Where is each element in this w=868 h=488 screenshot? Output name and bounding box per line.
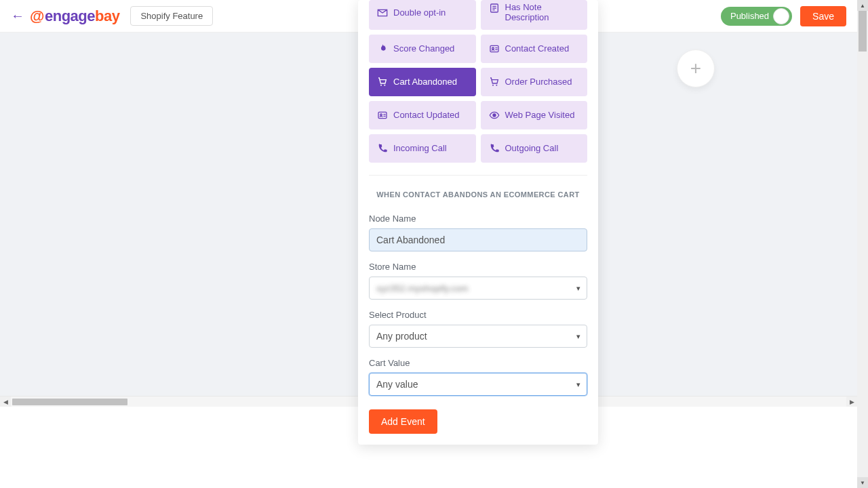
contact-card-icon [489, 43, 500, 54]
trigger-double-opt-in[interactable]: Double opt-in [369, 0, 476, 30]
svg-rect-1 [490, 45, 498, 52]
published-label: Published [730, 11, 769, 21]
plus-icon: + [690, 58, 701, 79]
trigger-has-note[interactable]: Has Note Description [481, 0, 588, 30]
trigger-label: Cart Abandoned [393, 77, 457, 87]
scroll-thumb[interactable] [12, 399, 127, 405]
scroll-right-icon[interactable]: ▶ [846, 396, 857, 407]
trigger-grid: Double opt-in Has Note Description Score… [358, 0, 598, 175]
panel-section-title: WHEN CONTACT ABANDONS AN ECOMMERCE CART [358, 186, 598, 214]
svg-point-5 [492, 85, 494, 86]
svg-point-6 [496, 85, 497, 86]
trigger-contact-updated[interactable]: Contact Updated [369, 101, 476, 129]
vertical-scrollbar[interactable]: ▲ ▼ [857, 0, 868, 488]
panel-divider [369, 175, 587, 176]
add-event-button[interactable]: Add Event [369, 409, 437, 434]
trigger-incoming-call[interactable]: Incoming Call [369, 134, 476, 163]
contact-card-icon [377, 110, 388, 121]
trigger-label: Has Note Description [505, 3, 549, 23]
brand-logo[interactable]: @engagebay [30, 7, 119, 25]
phone-icon [377, 143, 388, 154]
fire-icon [377, 43, 388, 54]
trigger-web-page-visited[interactable]: Web Page Visited [481, 101, 588, 129]
trigger-label: Order Purchased [505, 77, 572, 87]
trigger-cart-abandoned[interactable]: Cart Abandoned [369, 68, 476, 96]
svg-point-2 [492, 47, 494, 49]
cart-value-label: Cart Value [369, 358, 587, 368]
cart-icon [377, 77, 388, 87]
node-name-input[interactable] [369, 228, 587, 251]
scroll-left-icon[interactable]: ◀ [0, 396, 11, 407]
svg-point-8 [380, 114, 382, 116]
trigger-label: Score Changed [393, 43, 454, 54]
node-name-label: Node Name [369, 214, 587, 224]
automation-canvas[interactable]: + Double opt-in Has Note Description [0, 33, 857, 407]
event-form: Node Name Store Name xyz352.myshopify.co… [358, 214, 598, 445]
trigger-label: Contact Updated [393, 110, 460, 121]
scroll-up-icon[interactable]: ▲ [857, 0, 868, 11]
trigger-label: Web Page Visited [505, 110, 575, 121]
scroll-track[interactable] [859, 11, 867, 477]
scroll-down-icon[interactable]: ▼ [857, 477, 868, 488]
mail-icon [377, 7, 388, 18]
svg-point-9 [493, 114, 496, 117]
published-toggle[interactable]: Published [721, 7, 792, 26]
cart-value-select[interactable]: Any value [369, 373, 587, 396]
back-arrow-icon[interactable]: ← [11, 8, 24, 24]
trigger-label: Contact Created [505, 43, 570, 54]
trigger-label: Double opt-in [393, 7, 446, 18]
add-node-button[interactable]: + [677, 49, 715, 87]
workflow-name[interactable]: Shopify Feature [130, 6, 213, 26]
svg-rect-7 [378, 112, 387, 118]
trigger-label: Outgoing Call [505, 143, 559, 154]
select-product-select[interactable]: Any product [369, 325, 587, 348]
trigger-order-purchased[interactable]: Order Purchased [481, 68, 588, 96]
trigger-score-changed[interactable]: Score Changed [369, 35, 476, 63]
trigger-contact-created[interactable]: Contact Created [481, 35, 588, 63]
toggle-knob [773, 8, 789, 24]
eye-icon [489, 110, 500, 121]
event-config-panel: Double opt-in Has Note Description Score… [358, 0, 598, 445]
trigger-label: Incoming Call [393, 143, 447, 154]
phone-icon [489, 143, 500, 154]
save-button[interactable]: Save [800, 6, 846, 26]
store-name-label: Store Name [369, 262, 587, 272]
cart-icon [489, 77, 500, 87]
svg-point-3 [380, 85, 382, 86]
scroll-thumb[interactable] [859, 11, 867, 52]
select-product-label: Select Product [369, 310, 587, 320]
store-name-select[interactable]: xyz352.myshopify.com [369, 277, 587, 300]
svg-point-4 [384, 85, 385, 86]
trigger-outgoing-call[interactable]: Outgoing Call [481, 134, 588, 163]
note-icon [489, 3, 500, 14]
